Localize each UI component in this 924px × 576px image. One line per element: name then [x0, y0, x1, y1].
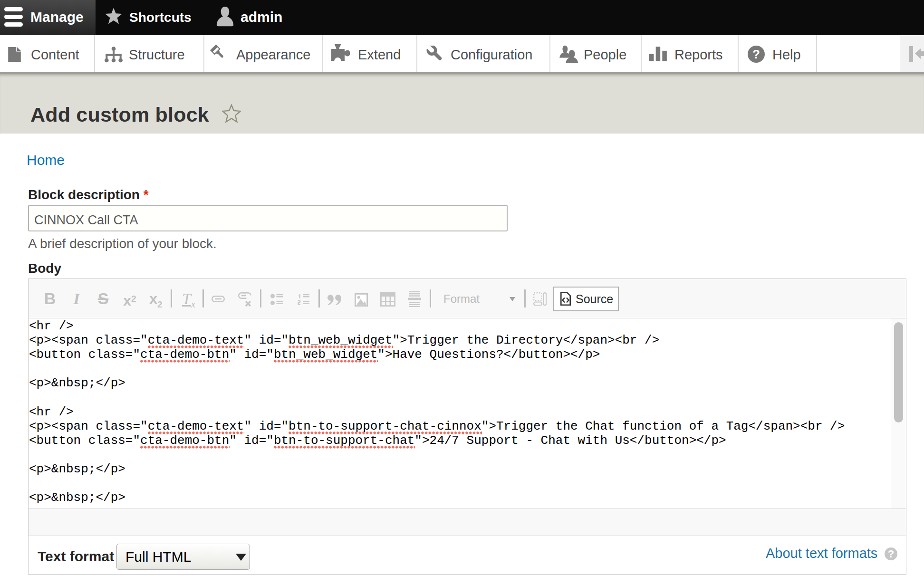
svg-text:?: ?: [752, 47, 760, 61]
